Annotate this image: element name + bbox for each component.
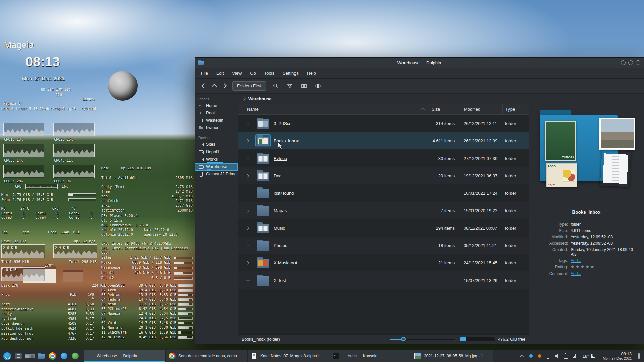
task-app-icon bbox=[169, 353, 176, 359]
file-modified: 19/12/2021 06:37 bbox=[461, 173, 502, 178]
folder-icon bbox=[256, 117, 270, 129]
up-button[interactable] bbox=[209, 81, 219, 91]
chrome-icon bbox=[49, 352, 56, 360]
application-menu-button[interactable] bbox=[2, 351, 12, 361]
app-launcher-green[interactable] bbox=[70, 351, 80, 361]
places-item[interactable]: hwmon bbox=[195, 124, 238, 132]
menu-item[interactable]: Help bbox=[307, 71, 316, 76]
expand-arrow-icon[interactable] bbox=[246, 209, 256, 212]
places-item[interactable]: Depot1 bbox=[195, 148, 238, 156]
task-label: Kate: Notes_07_Mageia8-alpha1... bbox=[260, 354, 326, 358]
zoom-slider-track[interactable] bbox=[390, 339, 455, 340]
dolphin-launcher[interactable] bbox=[36, 351, 46, 361]
task-button[interactable]: Warehouse — Dolphin bbox=[84, 350, 166, 362]
expand-arrow-icon[interactable] bbox=[246, 140, 256, 142]
tray-updates[interactable] bbox=[536, 353, 543, 359]
expand-arrow-icon[interactable] bbox=[246, 157, 256, 160]
prop-value[interactable]: ★★★★★ bbox=[571, 265, 640, 269]
expand-arrow-icon[interactable] bbox=[246, 244, 256, 247]
file-type: folder bbox=[502, 121, 529, 126]
places-item[interactable]: Root bbox=[195, 110, 238, 117]
prop-value[interactable]: Add... bbox=[571, 271, 640, 276]
maximize-button[interactable] bbox=[628, 60, 633, 65]
tray-network[interactable] bbox=[571, 353, 578, 359]
menu-item[interactable]: Settings bbox=[283, 71, 299, 76]
preview-button[interactable] bbox=[313, 81, 323, 91]
sort-mode-button[interactable]: Folders First bbox=[232, 81, 266, 90]
search-button[interactable] bbox=[271, 81, 281, 91]
expand-arrow-icon[interactable] bbox=[246, 193, 256, 193]
file-row[interactable]: Mapas 7 items 15/01/2020 19:22 folder bbox=[238, 202, 529, 219]
file-row[interactable]: lost+found 10/01/2021 17:24 folder bbox=[238, 184, 529, 202]
prop-value[interactable]: Yesterday, 12:09:52 -03 bbox=[571, 241, 640, 246]
prop-value[interactable]: folder bbox=[571, 222, 640, 227]
prop-value[interactable]: Yesterday, 12:09:52 -03 bbox=[571, 235, 640, 239]
file-modified: 26/12/2021 12:11 bbox=[461, 121, 502, 126]
file-type: folder bbox=[502, 260, 529, 265]
file-row[interactable]: X-Test 15/07/2021 13:29 folder bbox=[238, 272, 529, 289]
task-label: Warehouse — Dolphin bbox=[97, 354, 162, 358]
tray-kdeconnect[interactable] bbox=[528, 353, 534, 359]
app-launcher-blue[interactable] bbox=[59, 351, 69, 361]
tray-expand-button[interactable] bbox=[519, 353, 526, 359]
panel-edge-button[interactable] bbox=[636, 352, 642, 360]
prop-value[interactable]: Add... bbox=[571, 258, 640, 263]
back-button[interactable] bbox=[199, 81, 209, 91]
weather-widget[interactable]: 18° bbox=[583, 354, 596, 359]
expand-arrow-icon[interactable] bbox=[246, 262, 256, 264]
tray-clipboard[interactable] bbox=[562, 353, 569, 359]
places-item[interactable]: Home bbox=[195, 102, 238, 110]
status-bar: Books_inbox (folder) 476,2 GiB free bbox=[238, 334, 529, 344]
column-header-name[interactable]: Name bbox=[238, 104, 429, 114]
zoom-slider-knob[interactable] bbox=[401, 337, 406, 341]
file-row[interactable]: Doc 20 items 19/12/2021 06:37 folder bbox=[238, 167, 529, 184]
task-button[interactable]: ~ : bash — Konsole bbox=[329, 350, 411, 362]
place-icon bbox=[198, 149, 204, 155]
titlebar[interactable]: Warehouse — Dolphin bbox=[195, 58, 644, 68]
task-button[interactable]: 2021-12-27_08-05-58_Mg.jpg - 1... bbox=[411, 350, 493, 362]
column-header-size[interactable]: Size bbox=[429, 104, 461, 114]
forward-button[interactable] bbox=[219, 81, 229, 91]
places-item[interactable]: Sites bbox=[195, 141, 238, 148]
expand-arrow-icon[interactable] bbox=[246, 227, 256, 229]
tray-display[interactable] bbox=[545, 353, 552, 359]
place-capacity-bar bbox=[207, 116, 235, 116]
file-row[interactable]: X-Music-out 21 items 24/12/2021 15:45 fo… bbox=[238, 254, 529, 272]
expand-arrow-icon[interactable] bbox=[246, 175, 256, 177]
places-item[interactable]: Warehouse bbox=[195, 163, 238, 171]
file-row[interactable]: 0_PrtScn 314 items 26/12/2021 12:11 fold… bbox=[238, 115, 529, 132]
menu-item[interactable]: Edit bbox=[216, 71, 224, 76]
menu-item[interactable]: View bbox=[232, 71, 241, 76]
file-type: folder bbox=[502, 138, 529, 143]
places-item[interactable]: Wastebin bbox=[195, 117, 238, 124]
virtual-desktop-pager[interactable] bbox=[25, 351, 35, 361]
filter-button[interactable] bbox=[285, 81, 295, 91]
zoom-slider[interactable] bbox=[390, 339, 455, 340]
places-item[interactable]: Galaxy J2 Prime bbox=[195, 171, 238, 178]
prop-value[interactable]: 4.611 items bbox=[571, 228, 640, 233]
column-header-type[interactable]: Type bbox=[502, 104, 529, 114]
split-view-button[interactable] bbox=[299, 81, 309, 91]
breadcrumb-current[interactable]: Warehouse bbox=[248, 96, 272, 101]
expand-arrow-icon[interactable] bbox=[246, 122, 256, 125]
minimize-button[interactable] bbox=[621, 60, 626, 65]
places-item[interactable]: Works bbox=[195, 156, 238, 163]
digital-clock[interactable]: 08:13 Mon, 27 Dec 2021 bbox=[603, 352, 632, 360]
file-row[interactable]: Photos 18 items 05/12/2021 11:21 folder bbox=[238, 237, 529, 254]
menu-item[interactable]: Tools bbox=[264, 71, 274, 76]
prop-value[interactable]: Sunday, 10 January 2021 18:09:40 -03 bbox=[571, 247, 640, 257]
window-controls bbox=[621, 60, 640, 65]
column-header-modified[interactable]: Modified bbox=[461, 104, 502, 114]
location-bar[interactable]: Warehouse bbox=[238, 94, 529, 104]
close-button[interactable] bbox=[636, 60, 640, 65]
menu-item[interactable]: File bbox=[201, 71, 208, 76]
chrome-launcher[interactable] bbox=[48, 351, 58, 361]
tray-volume[interactable] bbox=[554, 353, 560, 359]
file-row[interactable]: Byteria 80 items 27/12/2021 07:30 folder bbox=[238, 149, 529, 167]
task-button[interactable]: Som do sistema kde neon, como... bbox=[166, 350, 248, 362]
expand-arrow-icon[interactable] bbox=[246, 280, 256, 281]
widgets-button[interactable] bbox=[13, 351, 23, 361]
menu-item[interactable]: Go bbox=[250, 71, 256, 76]
task-button[interactable]: Kate: Notes_07_Mageia8-alpha1... bbox=[248, 350, 329, 362]
file-row[interactable]: Music 294 items 08/11/2021 00:07 folder bbox=[238, 219, 529, 237]
